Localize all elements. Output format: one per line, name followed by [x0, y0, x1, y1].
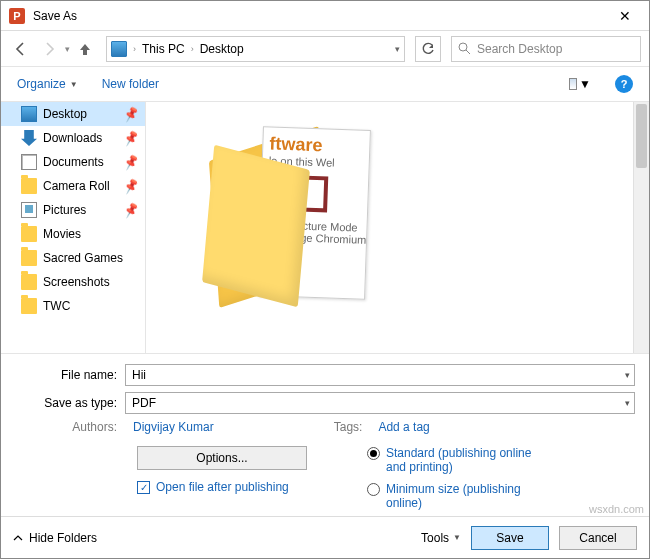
chevron-down-icon[interactable]: ▾	[625, 398, 630, 408]
open-after-checkbox[interactable]: ✓ Open file after publishing	[137, 480, 337, 494]
chevron-down-icon: ▼	[70, 80, 78, 89]
close-button[interactable]: ✕	[609, 8, 641, 24]
options-label: Options...	[196, 451, 247, 465]
chevron-right-icon: ›	[133, 44, 136, 54]
folder-icon	[21, 274, 37, 290]
pin-icon: 📌	[122, 201, 140, 218]
tools-label: Tools	[421, 531, 449, 545]
save-button[interactable]: Save	[471, 526, 549, 550]
vertical-scrollbar[interactable]	[633, 102, 649, 353]
cancel-button[interactable]: Cancel	[559, 526, 637, 550]
pin-icon: 📌	[122, 177, 140, 194]
toolbar: Organize ▼ New folder ▼ ?	[1, 67, 649, 101]
sidebar-item-label: TWC	[43, 299, 70, 313]
folder-icon	[21, 178, 37, 194]
new-folder-label: New folder	[102, 77, 159, 91]
folder-icon	[21, 226, 37, 242]
folder-icon	[21, 250, 37, 266]
savetype-combo[interactable]: PDF ▾	[125, 392, 635, 414]
open-after-label: Open file after publishing	[156, 480, 289, 494]
organize-menu[interactable]: Organize ▼	[17, 77, 78, 91]
svg-point-0	[459, 43, 467, 51]
radio-minimum-label: Minimum size (publishing online)	[386, 482, 536, 510]
sidebar-item-label: Downloads	[43, 131, 102, 145]
up-button[interactable]	[74, 38, 96, 60]
radio-minimum[interactable]: Minimum size (publishing online)	[367, 482, 536, 510]
this-pc-icon	[111, 41, 127, 57]
pin-icon: 📌	[122, 129, 140, 146]
pictures-icon	[21, 202, 37, 218]
address-bar[interactable]: › This PC › Desktop ▾	[106, 36, 405, 62]
savetype-label: Save as type:	[15, 396, 125, 410]
breadcrumb-thispc[interactable]: This PC	[142, 42, 185, 56]
filename-combo[interactable]: ▾	[125, 364, 635, 386]
address-dropdown-icon[interactable]: ▾	[395, 44, 400, 54]
authors-label: Authors:	[15, 420, 125, 434]
thumbnail-icon	[569, 78, 577, 90]
savetype-value: PDF	[132, 396, 156, 410]
history-dropdown[interactable]: ▾	[65, 44, 70, 54]
new-folder-button[interactable]: New folder	[102, 77, 159, 91]
sidebar-item-movies[interactable]: Movies	[1, 222, 145, 246]
save-form: File name: ▾ Save as type: PDF ▾ Authors…	[1, 353, 649, 516]
sidebar-item-documents[interactable]: Documents 📌	[1, 150, 145, 174]
folder-preview[interactable]: ftware le on this Wel re-In-Picture Mode…	[214, 122, 364, 302]
sidebar-item-screenshots[interactable]: Screenshots	[1, 270, 145, 294]
sidebar-item-pictures[interactable]: Pictures 📌	[1, 198, 145, 222]
checkbox-icon: ✓	[137, 481, 150, 494]
pin-icon: 📌	[122, 105, 140, 122]
search-box[interactable]	[451, 36, 641, 62]
chevron-down-icon[interactable]: ▾	[625, 370, 630, 380]
radio-standard[interactable]: Standard (publishing online and printing…	[367, 446, 536, 474]
footer: Hide Folders Tools ▼ Save Cancel	[1, 516, 649, 558]
folder-content[interactable]: ftware le on this Wel re-In-Picture Mode…	[146, 102, 649, 353]
search-input[interactable]	[477, 42, 634, 56]
window-title: Save As	[33, 9, 609, 23]
radio-standard-label: Standard (publishing online and printing…	[386, 446, 536, 474]
sidebar-item-label: Screenshots	[43, 275, 110, 289]
authors-value[interactable]: Digvijay Kumar	[133, 420, 214, 434]
organize-label: Organize	[17, 77, 66, 91]
main-area: Desktop 📌 Downloads 📌 Documents 📌 Camera…	[1, 101, 649, 353]
chevron-down-icon: ▼	[453, 533, 461, 542]
cancel-label: Cancel	[579, 531, 616, 545]
chevron-up-icon	[13, 533, 23, 543]
tools-menu[interactable]: Tools ▼	[421, 531, 461, 545]
titlebar: P Save As ✕	[1, 1, 649, 31]
breadcrumb-desktop[interactable]: Desktop	[200, 42, 244, 56]
sidebar-item-downloads[interactable]: Downloads 📌	[1, 126, 145, 150]
watermark: wsxdn.com	[589, 503, 644, 515]
desktop-icon	[21, 106, 37, 122]
radio-icon	[367, 447, 380, 460]
pin-icon: 📌	[122, 153, 140, 170]
search-icon	[458, 42, 471, 55]
sidebar: Desktop 📌 Downloads 📌 Documents 📌 Camera…	[1, 102, 146, 353]
filename-label: File name:	[15, 368, 125, 382]
navbar: ▾ › This PC › Desktop ▾	[1, 31, 649, 67]
forward-button[interactable]	[37, 37, 61, 61]
sidebar-item-desktop[interactable]: Desktop 📌	[1, 102, 145, 126]
save-label: Save	[496, 531, 523, 545]
downloads-icon	[21, 130, 37, 146]
scrollbar-thumb[interactable]	[636, 104, 647, 168]
sidebar-item-sacredgames[interactable]: Sacred Games	[1, 246, 145, 270]
chevron-right-icon: ›	[191, 44, 194, 54]
sidebar-item-label: Documents	[43, 155, 104, 169]
back-button[interactable]	[9, 37, 33, 61]
svg-line-1	[466, 50, 470, 54]
hide-folders-button[interactable]: Hide Folders	[13, 531, 97, 545]
help-button[interactable]: ?	[615, 75, 633, 93]
sidebar-item-twc[interactable]: TWC	[1, 294, 145, 318]
refresh-button[interactable]	[415, 36, 441, 62]
powerpoint-icon: P	[9, 8, 25, 24]
chevron-down-icon: ▼	[579, 77, 591, 91]
tags-value[interactable]: Add a tag	[378, 420, 429, 434]
filename-input[interactable]	[132, 368, 628, 382]
hide-folders-label: Hide Folders	[29, 531, 97, 545]
view-menu[interactable]: ▼	[569, 73, 591, 95]
sidebar-item-label: Movies	[43, 227, 81, 241]
sidebar-item-cameraroll[interactable]: Camera Roll 📌	[1, 174, 145, 198]
sidebar-item-label: Camera Roll	[43, 179, 110, 193]
sidebar-item-label: Pictures	[43, 203, 86, 217]
options-button[interactable]: Options...	[137, 446, 307, 470]
